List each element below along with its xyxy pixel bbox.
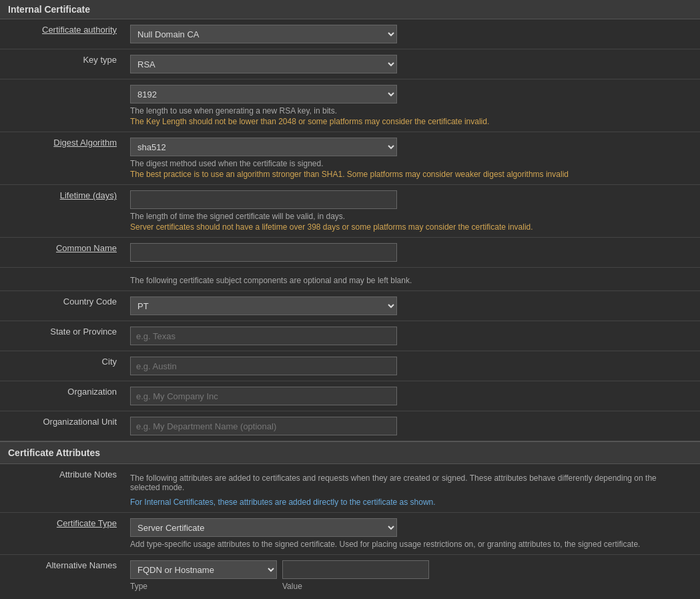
lifetime-days-input-cell: 365 The length of time the signed certif…	[123, 185, 700, 238]
common-name-label: Common Name	[0, 238, 123, 268]
city-input-cell	[123, 351, 700, 381]
lifetime-days-label: Lifetime (days)	[0, 185, 123, 238]
country-code-row: Country Code PT	[0, 291, 700, 321]
lifetime-days-help1: The length of time the signed certificat…	[130, 212, 677, 221]
state-province-input-cell	[123, 321, 700, 351]
country-code-select[interactable]: PT	[130, 296, 397, 315]
state-province-input[interactable]	[130, 327, 397, 345]
attribute-notes-label: Attribute Notes	[0, 464, 123, 513]
certificate-authority-label-text: Certificate authority	[42, 25, 117, 35]
alt-names-column-labels: Type Value	[130, 582, 693, 591]
section-title: Internal Certificate	[8, 4, 90, 15]
optional-note-row: The following certificate subject compon…	[0, 268, 700, 291]
page-wrapper: Internal Certificate Certificate authori…	[0, 0, 700, 599]
alternative-names-label-text: Alternative Names	[46, 560, 117, 570]
attribute-notes-input-cell: The following attributes are added to ce…	[123, 464, 700, 513]
section-header: Internal Certificate	[0, 0, 700, 19]
digest-algorithm-help1: The digest method used when the certific…	[130, 159, 677, 168]
state-province-label-text: State or Province	[50, 327, 117, 337]
country-code-input-cell: PT	[123, 291, 700, 321]
organizational-unit-row: Organizational Unit	[0, 411, 700, 441]
lifetime-days-input[interactable]: 365	[130, 190, 397, 209]
digest-algorithm-label: Digest Algorithm	[0, 132, 123, 185]
state-province-label: State or Province	[0, 321, 123, 351]
key-length-label	[0, 79, 123, 132]
common-name-row: Common Name pfsense.null.local	[0, 238, 700, 268]
alternative-names-input-cell: FQDN or Hostname pfsense.null.local Type…	[123, 555, 700, 597]
alt-names-value-input[interactable]: pfsense.null.local	[282, 560, 429, 579]
key-type-select[interactable]: RSA	[130, 55, 397, 73]
city-row: City	[0, 351, 700, 381]
attribute-notes-help1: The following attributes are added to ce…	[130, 473, 677, 492]
certificate-type-select[interactable]: Server Certificate	[130, 518, 397, 537]
optional-note-label	[0, 268, 123, 291]
certificate-authority-input-cell: Null Domain CA	[123, 19, 700, 49]
lifetime-days-help2: Server certificates should not have a li…	[130, 222, 677, 232]
organizational-unit-input[interactable]	[130, 417, 397, 435]
common-name-input[interactable]: pfsense.null.local	[130, 243, 397, 262]
common-name-label-text: Common Name	[56, 243, 117, 253]
organization-row: Organization	[0, 381, 700, 411]
key-type-row: Key type RSA	[0, 49, 700, 79]
cert-attributes-table: Attribute Notes The following attributes…	[0, 464, 700, 596]
organizational-unit-label: Organizational Unit	[0, 411, 123, 441]
certificate-authority-row: Certificate authority Null Domain CA	[0, 19, 700, 49]
alternative-names-row: Alternative Names FQDN or Hostname pfsen…	[0, 555, 700, 597]
organization-label-text: Organization	[67, 387, 117, 397]
optional-note-cell: The following certificate subject compon…	[123, 268, 700, 291]
certificate-type-row: Certificate Type Server Certificate Add …	[0, 513, 700, 555]
alt-names-value-label: Value	[282, 582, 429, 591]
attribute-notes-label-text: Attribute Notes	[59, 469, 117, 479]
organization-input[interactable]	[130, 387, 397, 405]
city-label-text: City	[102, 357, 117, 367]
organization-label: Organization	[0, 381, 123, 411]
optional-note-text: The following certificate subject compon…	[130, 276, 693, 285]
certificate-authority-label: Certificate authority	[0, 19, 123, 49]
state-province-row: State or Province	[0, 321, 700, 351]
digest-algorithm-label-text: Digest Algorithm	[53, 138, 117, 148]
key-type-input-cell: RSA	[123, 49, 700, 79]
key-length-select[interactable]: 8192	[130, 85, 397, 104]
alt-names-inputs: FQDN or Hostname pfsense.null.local	[130, 560, 693, 579]
certificate-type-input-cell: Server Certificate Add type-specific usa…	[123, 513, 700, 555]
key-length-help2: The Key Length should not be lower than …	[130, 117, 677, 126]
key-length-input-cell: 8192 The length to use when generating a…	[123, 79, 700, 132]
cert-attributes-header: Certificate Attributes	[0, 441, 700, 464]
certificate-type-label-text: Certificate Type	[57, 518, 117, 528]
cert-attributes-title: Certificate Attributes	[8, 447, 100, 458]
organizational-unit-label-text: Organizational Unit	[43, 417, 117, 427]
city-label: City	[0, 351, 123, 381]
key-length-help1: The length to use when generating a new …	[130, 106, 677, 116]
alt-names-type-select[interactable]: FQDN or Hostname	[130, 560, 277, 579]
attribute-notes-row: Attribute Notes The following attributes…	[0, 464, 700, 513]
alternative-names-label: Alternative Names	[0, 555, 123, 597]
form-table: Certificate authority Null Domain CA Key…	[0, 19, 700, 441]
attribute-notes-help2: For Internal Certificates, these attribu…	[130, 497, 677, 507]
lifetime-days-row: Lifetime (days) 365 The length of time t…	[0, 185, 700, 238]
country-code-label: Country Code	[0, 291, 123, 321]
organizational-unit-input-cell	[123, 411, 700, 441]
certificate-authority-select[interactable]: Null Domain CA	[130, 25, 397, 43]
key-type-label: Key type	[0, 49, 123, 79]
digest-algorithm-input-cell: sha512 The digest method used when the c…	[123, 132, 700, 185]
country-code-label-text: Country Code	[63, 296, 117, 307]
city-input[interactable]	[130, 357, 397, 375]
organization-input-cell	[123, 381, 700, 411]
lifetime-days-label-text: Lifetime (days)	[60, 190, 117, 200]
digest-algorithm-row: Digest Algorithm sha512 The digest metho…	[0, 132, 700, 185]
alt-names-type-label: Type	[130, 582, 277, 591]
certificate-type-help: Add type-specific usage attributes to th…	[130, 540, 677, 549]
key-type-label-text: Key type	[83, 55, 117, 65]
digest-algorithm-help2: The best practice is to use an algorithm…	[130, 170, 677, 179]
certificate-type-label: Certificate Type	[0, 513, 123, 555]
common-name-input-cell: pfsense.null.local	[123, 238, 700, 268]
digest-algorithm-select[interactable]: sha512	[130, 138, 397, 156]
key-length-row: 8192 The length to use when generating a…	[0, 79, 700, 132]
